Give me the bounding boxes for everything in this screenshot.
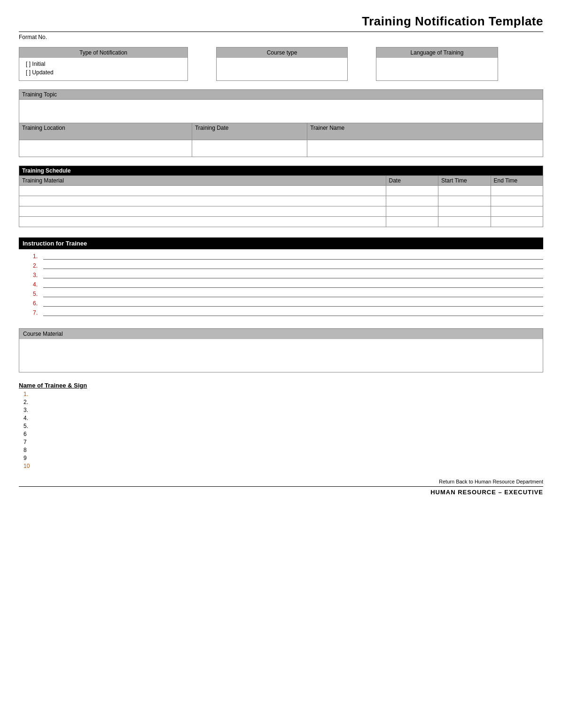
instruction-num-2: 2. xyxy=(33,262,43,269)
footer-section: Return Back to Human Resource Department… xyxy=(19,479,543,496)
schedule-end-1[interactable] xyxy=(491,186,543,196)
instruction-list: 1. 2. 3. 4. 5. 6. 7. xyxy=(19,251,543,321)
training-topic-label: Training Topic xyxy=(19,90,543,100)
footer-return-text: Return Back to Human Resource Department xyxy=(19,479,543,484)
notification-body: [ ] Initial [ ] Updated xyxy=(19,58,187,80)
instruction-item-5[interactable]: 5. xyxy=(33,291,543,297)
notification-header: Type of Notification xyxy=(19,47,187,58)
trainee-item-6[interactable]: 6 xyxy=(23,431,543,437)
schedule-end-header: End Time xyxy=(491,176,543,186)
trainee-item-7[interactable]: 7 xyxy=(23,439,543,445)
instruction-line-6 xyxy=(43,300,543,307)
training-location-value[interactable] xyxy=(19,140,192,157)
schedule-end-4[interactable] xyxy=(491,217,543,227)
top-info-row: Type of Notification [ ] Initial [ ] Upd… xyxy=(19,47,543,81)
instruction-num-1: 1. xyxy=(33,253,43,260)
course-type-cell: Course type xyxy=(216,47,348,81)
schedule-start-2[interactable] xyxy=(438,196,491,206)
schedule-row-1 xyxy=(19,186,543,196)
course-material-body[interactable] xyxy=(19,339,543,372)
trainee-list: 1. 2. 3. 4. 5. 6 7 8 9 10 xyxy=(19,391,543,469)
schedule-table: Training Schedule Training Material Date… xyxy=(19,166,543,227)
trainee-item-10[interactable]: 10 xyxy=(23,463,543,469)
instruction-num-3: 3. xyxy=(33,272,43,278)
schedule-date-2[interactable] xyxy=(386,196,438,206)
trainee-item-5[interactable]: 5. xyxy=(23,423,543,429)
course-type-header: Course type xyxy=(217,47,347,58)
instruction-num-4: 4. xyxy=(33,281,43,288)
training-topic-row: Training Topic xyxy=(19,90,543,100)
schedule-row-2 xyxy=(19,196,543,206)
training-location-label: Training Location xyxy=(19,123,192,140)
language-body[interactable] xyxy=(376,58,498,80)
notification-cell: Type of Notification [ ] Initial [ ] Upd… xyxy=(19,47,188,81)
instruction-header: Instruction for Trainee xyxy=(19,237,543,249)
instruction-line-5 xyxy=(43,291,543,297)
instruction-item-3[interactable]: 3. xyxy=(33,272,543,278)
trainee-item-1[interactable]: 1. xyxy=(23,391,543,397)
training-date-label: Training Date xyxy=(192,123,307,140)
schedule-header-row: Training Schedule xyxy=(19,166,543,176)
schedule-col-headers: Training Material Date Start Time End Ti… xyxy=(19,176,543,186)
trainee-item-3[interactable]: 3. xyxy=(23,407,543,413)
schedule-material-4[interactable] xyxy=(19,217,386,227)
updated-option[interactable]: [ ] Updated xyxy=(23,68,184,77)
language-cell: Language of Training xyxy=(376,47,498,81)
instruction-item-6[interactable]: 6. xyxy=(33,300,543,307)
schedule-row-4 xyxy=(19,217,543,227)
course-material-header: Course Material xyxy=(19,329,543,339)
instruction-item-2[interactable]: 2. xyxy=(33,262,543,269)
format-no-label: Format No. xyxy=(19,34,543,40)
initial-option[interactable]: [ ] Initial xyxy=(23,60,184,68)
training-info-table: Training Topic Training Location Trainin… xyxy=(19,89,543,157)
trainee-item-9[interactable]: 9 xyxy=(23,455,543,461)
trainee-section: Name of Trainee & Sign 1. 2. 3. 4. 5. 6 … xyxy=(19,382,543,469)
training-subheader-row: Training Location Training Date Trainer … xyxy=(19,123,543,140)
schedule-section-label: Training Schedule xyxy=(19,166,543,176)
schedule-start-1[interactable] xyxy=(438,186,491,196)
schedule-material-header: Training Material xyxy=(19,176,386,186)
page-title: Training Notification Template xyxy=(19,14,543,29)
course-type-body[interactable] xyxy=(217,58,347,80)
schedule-material-3[interactable] xyxy=(19,206,386,217)
language-header: Language of Training xyxy=(376,47,498,58)
schedule-date-1[interactable] xyxy=(386,186,438,196)
instruction-num-7: 7. xyxy=(33,309,43,316)
schedule-date-4[interactable] xyxy=(386,217,438,227)
schedule-start-3[interactable] xyxy=(438,206,491,217)
schedule-material-1[interactable] xyxy=(19,186,386,196)
instruction-line-2 xyxy=(43,262,543,269)
footer-hr-label: HUMAN RESOURCE – EXECUTIVE xyxy=(19,489,543,496)
instruction-num-5: 5. xyxy=(33,291,43,297)
schedule-start-4[interactable] xyxy=(438,217,491,227)
schedule-start-header: Start Time xyxy=(438,176,491,186)
schedule-material-2[interactable] xyxy=(19,196,386,206)
schedule-end-3[interactable] xyxy=(491,206,543,217)
schedule-date-header: Date xyxy=(386,176,438,186)
top-divider xyxy=(19,32,543,32)
footer-line xyxy=(19,486,543,487)
training-topic-value[interactable] xyxy=(19,100,543,123)
schedule-end-2[interactable] xyxy=(491,196,543,206)
trainee-item-4[interactable]: 4. xyxy=(23,415,543,421)
trainer-name-label: Trainer Name xyxy=(307,123,543,140)
instruction-item-4[interactable]: 4. xyxy=(33,281,543,288)
trainer-name-value[interactable] xyxy=(307,140,543,157)
training-date-value[interactable] xyxy=(192,140,307,157)
course-material-box: Course Material xyxy=(19,328,543,372)
trainee-item-8[interactable]: 8 xyxy=(23,447,543,453)
training-topic-value-row xyxy=(19,100,543,123)
instruction-line-7 xyxy=(43,309,543,316)
trainee-item-2[interactable]: 2. xyxy=(23,399,543,405)
schedule-date-3[interactable] xyxy=(386,206,438,217)
instruction-item-1[interactable]: 1. xyxy=(33,253,543,260)
instruction-line-3 xyxy=(43,272,543,278)
instruction-line-4 xyxy=(43,281,543,288)
instruction-line-1 xyxy=(43,253,543,260)
instruction-item-7[interactable]: 7. xyxy=(33,309,543,316)
training-values-row xyxy=(19,140,543,157)
instruction-num-6: 6. xyxy=(33,300,43,307)
trainee-title: Name of Trainee & Sign xyxy=(19,382,543,389)
schedule-row-3 xyxy=(19,206,543,217)
